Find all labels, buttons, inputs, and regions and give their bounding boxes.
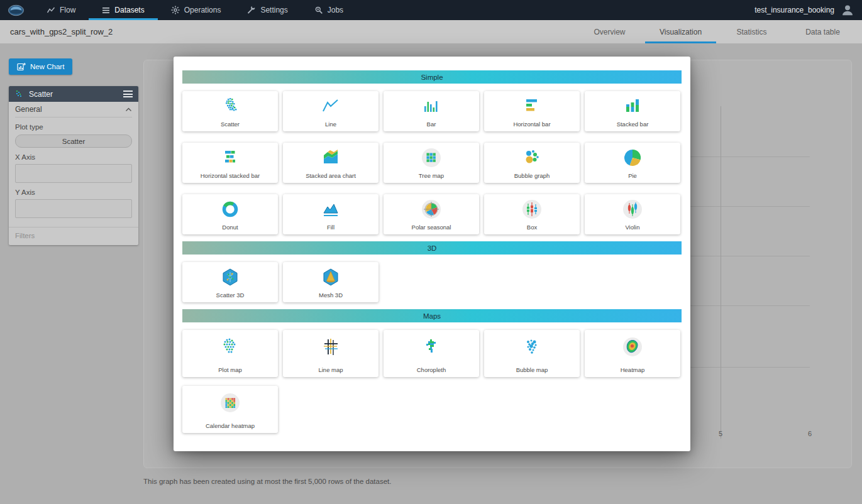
choropleth-icon bbox=[421, 336, 442, 358]
main-content: 5 6 This graph has been created using at… bbox=[0, 44, 862, 504]
nav-item-flow[interactable]: Flow bbox=[33, 0, 89, 20]
chart-type-label: Fill bbox=[327, 224, 334, 231]
fill-icon bbox=[320, 199, 341, 220]
chart-type-bubble-graph[interactable]: Bubble graph bbox=[484, 143, 580, 183]
plot-type-button[interactable]: Scatter bbox=[15, 134, 132, 148]
chart-type-label: Stacked bar bbox=[617, 121, 649, 128]
chart-type-label: Scatter bbox=[221, 121, 240, 128]
stacked-area-icon bbox=[320, 147, 341, 168]
section-header-maps: Maps bbox=[182, 309, 682, 322]
stacked-bar-icon bbox=[622, 96, 643, 117]
nav-item-operations[interactable]: Operations bbox=[158, 0, 235, 20]
donut-icon bbox=[219, 199, 241, 220]
x-axis-input[interactable] bbox=[15, 164, 132, 183]
chart-type-label: Bubble graph bbox=[514, 172, 550, 179]
chart-type-label: Scatter 3D bbox=[216, 292, 245, 299]
operations-icon bbox=[171, 6, 180, 14]
chart-type-tree-map[interactable]: Tree map bbox=[384, 143, 479, 183]
app-logo[interactable] bbox=[0, 0, 33, 20]
new-chart-button[interactable]: New Chart bbox=[9, 58, 72, 75]
tree-map-icon bbox=[421, 147, 442, 168]
chart-type-polar-seasonal[interactable]: Polar seasonal bbox=[384, 194, 479, 234]
chart-type-label: Choropleth bbox=[417, 366, 446, 373]
horizontal-bar-icon bbox=[521, 96, 543, 117]
chart-type-mesh-3d[interactable]: Mesh 3D bbox=[283, 262, 379, 302]
chart-sidebar: New Chart Scatter General Plo bbox=[9, 58, 138, 245]
top-nav: FlowDatasetsOperationsSettingsJobs test_… bbox=[0, 0, 862, 20]
new-chart-label: New Chart bbox=[30, 63, 64, 70]
section-header-3d: 3D bbox=[182, 241, 682, 255]
chart-type-horizontal-bar[interactable]: Horizontal bar bbox=[484, 91, 580, 131]
chart-type-stacked-bar[interactable]: Stacked bar bbox=[585, 91, 680, 131]
heatmap-icon bbox=[622, 336, 643, 358]
pie-icon bbox=[622, 147, 643, 168]
chart-section-simple: SimpleScatterLineBarHorizontal barStacke… bbox=[182, 70, 682, 234]
dataset-header: cars_with_gps2_split_row_2 OverviewVisua… bbox=[0, 20, 862, 44]
nav-item-jobs[interactable]: Jobs bbox=[301, 0, 356, 20]
chart-type-box[interactable]: Box bbox=[484, 194, 580, 234]
flow-icon bbox=[47, 6, 55, 14]
chart-type-line-map[interactable]: Line map bbox=[283, 330, 379, 377]
datasets-icon bbox=[102, 6, 110, 14]
chart-type-label: Mesh 3D bbox=[319, 292, 343, 299]
chart-panel-header[interactable]: Scatter bbox=[9, 86, 138, 102]
nav-items: FlowDatasetsOperationsSettingsJobs bbox=[33, 0, 356, 20]
panel-menu-icon[interactable] bbox=[123, 90, 133, 97]
chart-type-bubble-map[interactable]: Bubble map bbox=[484, 330, 580, 377]
chart-type-scatter-3d[interactable]: Scatter 3D bbox=[182, 262, 278, 302]
jobs-icon bbox=[314, 6, 323, 14]
filters-section[interactable]: Filters bbox=[9, 227, 138, 245]
chart-section-maps: MapsPlot mapLine mapChoroplethBubble map… bbox=[182, 309, 682, 433]
tab-overview[interactable]: Overview bbox=[574, 20, 645, 43]
chart-type-label: Line map bbox=[318, 366, 343, 373]
settings-icon bbox=[247, 6, 256, 14]
y-axis-input[interactable] bbox=[15, 199, 132, 218]
line-map-icon bbox=[320, 336, 341, 358]
chart-type-label: Calendar heatmap bbox=[206, 422, 255, 429]
x-axis-tick: 5 bbox=[719, 430, 722, 437]
general-label: General bbox=[15, 105, 42, 114]
chart-type-label: Bubble map bbox=[516, 366, 548, 373]
x-axis-tick: 6 bbox=[808, 430, 812, 437]
chart-type-pie[interactable]: Pie bbox=[585, 143, 680, 183]
general-section-toggle[interactable]: General bbox=[15, 102, 132, 118]
app-logo-icon bbox=[8, 4, 25, 16]
chart-type-heatmap[interactable]: Heatmap bbox=[585, 330, 680, 377]
chart-type-choropleth[interactable]: Choropleth bbox=[384, 330, 479, 377]
chart-type-bar[interactable]: Bar bbox=[384, 91, 479, 131]
chart-type-plot-map[interactable]: Plot map bbox=[182, 330, 278, 377]
plot-type-label: Plot type bbox=[15, 123, 132, 131]
chart-type-picker-modal: SimpleScatterLineBarHorizontal barStacke… bbox=[174, 57, 690, 451]
gridline-vertical bbox=[721, 106, 721, 439]
chart-type-violin[interactable]: Violin bbox=[585, 194, 680, 234]
nav-item-datasets[interactable]: Datasets bbox=[89, 0, 157, 20]
chart-type-horizontal-stacked-bar[interactable]: Horizontal stacked bar bbox=[182, 143, 278, 183]
scatter-mini-icon bbox=[14, 89, 24, 99]
chart-type-scatter[interactable]: Scatter bbox=[182, 91, 278, 131]
chart-type-line[interactable]: Line bbox=[283, 91, 379, 131]
nav-item-label: Settings bbox=[260, 6, 287, 14]
sampling-note: This graph has been created using at mos… bbox=[143, 478, 391, 485]
chart-type-stacked-area-chart[interactable]: Stacked area chart bbox=[283, 143, 379, 183]
chart-type-grid: ScatterLineBarHorizontal barStacked barH… bbox=[182, 91, 682, 234]
chart-type-donut[interactable]: Donut bbox=[182, 194, 278, 234]
chart-type-label: Donut bbox=[222, 224, 238, 231]
chart-panel-title: Scatter bbox=[29, 90, 118, 99]
user-avatar-icon[interactable] bbox=[841, 3, 854, 17]
tab-data-table[interactable]: Data table bbox=[787, 20, 858, 43]
chart-type-label: Heatmap bbox=[621, 366, 645, 373]
chart-type-label: Horizontal bar bbox=[513, 121, 550, 128]
line-icon bbox=[320, 96, 341, 117]
plot-map-icon bbox=[219, 336, 241, 358]
mesh-3d-icon bbox=[320, 266, 341, 288]
nav-item-settings[interactable]: Settings bbox=[234, 0, 301, 20]
chart-type-fill[interactable]: Fill bbox=[283, 194, 379, 234]
tab-visualization[interactable]: Visualization bbox=[645, 20, 716, 43]
chart-type-calendar-heatmap[interactable]: Calendar heatmap bbox=[182, 386, 278, 433]
chart-type-label: Polar seasonal bbox=[412, 224, 451, 231]
box-icon bbox=[521, 199, 543, 220]
chart-type-label: Horizontal stacked bar bbox=[201, 172, 260, 179]
tab-statistics[interactable]: Statistics bbox=[716, 20, 787, 43]
bubble-map-icon bbox=[521, 336, 543, 358]
new-chart-icon bbox=[17, 62, 26, 71]
